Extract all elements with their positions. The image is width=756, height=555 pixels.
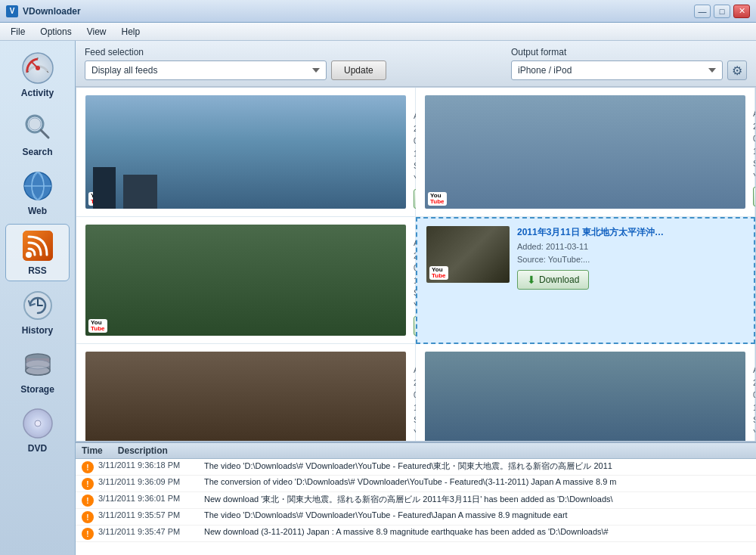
log-time: 3/11/2011 9:36:09 PM — [98, 477, 204, 486]
sidebar-item-rss[interactable]: RSS — [5, 224, 70, 281]
title-bar: V VDownloader — □ ✕ — [0, 0, 756, 23]
log-time: 3/11/2011 9:36:01 PM — [98, 494, 204, 503]
content-area: Feed selection Display all feeds YouTube… — [76, 41, 756, 555]
web-icon — [21, 169, 54, 203]
log-description: The video 'D:\Downloads\# VDownloader\Yo… — [204, 460, 750, 472]
history-icon — [21, 289, 54, 322]
feed-section-label: Feed selection — [85, 47, 386, 57]
log-row: ! 3/11/2011 9:36:18 PM The video 'D:\Dow… — [76, 459, 756, 476]
log-row: ! 3/11/2011 9:36:01 PM New download '東北・… — [76, 492, 756, 509]
video-item[interactable]: YouTube (3-11-2011) Japan : A massive 8.… — [76, 217, 416, 344]
video-info: 2011年3月11日 東北地方太平洋沖… Added: 2011-03-11So… — [517, 226, 745, 335]
log-description: New download (3-11-2011) Japan : A massi… — [204, 527, 750, 536]
sidebar-item-web[interactable]: Web — [5, 165, 70, 221]
video-item[interactable]: YouTube Japan Earthquake: Large fire at … — [416, 344, 755, 442]
youtube-badge: YouTube — [428, 192, 447, 206]
sidebar-item-dvd[interactable]: DVD — [5, 402, 70, 458]
log-scroll[interactable]: ! 3/11/2011 9:36:18 PM The video 'D:\Dow… — [76, 459, 756, 555]
download-icon: ⬇ — [527, 274, 536, 286]
svg-line-8 — [41, 130, 48, 138]
maximize-button[interactable]: □ — [714, 5, 730, 18]
log-warning-icon: ! — [82, 511, 94, 523]
download-button[interactable]: ⬇ Download — [517, 270, 589, 290]
video-item[interactable]: YouTube Earthquake Tokyo 2011.03.11 Adde… — [76, 344, 416, 442]
svg-point-22 — [35, 420, 41, 426]
log-area: Time Description ! 3/11/2011 9:36:18 PM … — [76, 442, 756, 555]
log-row: ! 3/11/2011 9:36:09 PM The conversion of… — [76, 476, 756, 492]
menu-help[interactable]: Help — [114, 25, 148, 39]
log-row: ! 3/11/2011 9:35:57 PM The video 'D:\Dow… — [76, 509, 756, 526]
video-grid-container: YouTube 東北・関東大地震。揺れる新宿の高… Added: 2011-03… — [76, 87, 756, 555]
log-time: 3/11/2011 9:35:57 PM — [98, 510, 204, 519]
video-item[interactable]: YouTube Tremblement de terre en live au … — [416, 88, 755, 217]
top-controls: Feed selection Display all feeds YouTube… — [76, 41, 756, 87]
download-button[interactable]: ⬇ Download — [753, 187, 756, 206]
video-thumbnail: YouTube — [426, 226, 510, 283]
video-thumbnail: YouTube — [85, 225, 406, 336]
menu-bar: File Options View Help — [0, 23, 756, 41]
sidebar-item-history[interactable]: History — [5, 284, 70, 340]
output-dropdown[interactable]: iPhone / iPod MP4 AVI MP3 — [511, 60, 723, 80]
storage-icon — [21, 348, 54, 381]
output-section-label: Output format — [511, 47, 747, 57]
sidebar-item-storage[interactable]: Storage — [5, 343, 70, 399]
video-thumbnail: YouTube — [425, 95, 745, 209]
sidebar-label-search: Search — [22, 147, 52, 157]
log-warning-icon: ! — [82, 478, 94, 490]
log-time: 3/11/2011 9:35:47 PM — [98, 527, 204, 536]
sidebar-label-dvd: DVD — [28, 443, 47, 454]
svg-point-14 — [26, 252, 32, 258]
sidebar-label-history: History — [22, 325, 53, 336]
sidebar-item-activity[interactable]: Activity — [5, 47, 70, 103]
svg-point-20 — [26, 360, 50, 369]
log-row: ! 3/11/2011 9:35:47 PM New download (3-1… — [76, 526, 756, 542]
video-grid: YouTube 東北・関東大地震。揺れる新宿の高… Added: 2011-03… — [76, 87, 756, 442]
sidebar-label-activity: Activity — [21, 88, 54, 98]
feed-section: Feed selection Display all feeds YouTube… — [85, 47, 386, 80]
video-thumbnail: YouTube — [425, 352, 745, 442]
menu-options[interactable]: Options — [33, 25, 79, 39]
log-description: New download '東北・関東大地震。揺れる新宿の高層ビル 2011年3… — [204, 494, 750, 505]
search-icon — [21, 110, 54, 144]
video-meta: Added: 2011-03-11Source: YouTube:... — [517, 240, 745, 265]
youtube-badge: YouTube — [88, 319, 107, 333]
update-button[interactable]: Update — [331, 60, 386, 80]
log-warning-icon: ! — [82, 461, 94, 473]
video-item[interactable]: YouTube 東北・関東大地震。揺れる新宿の高… Added: 2011-03… — [76, 88, 416, 217]
sidebar-label-storage: Storage — [20, 384, 54, 395]
sidebar-label-web: Web — [28, 206, 47, 216]
close-button[interactable]: ✕ — [733, 5, 750, 18]
video-title[interactable]: 2011年3月11日 東北地方太平洋沖… — [517, 226, 745, 239]
log-description: The video 'D:\Downloads\# VDownloader\Yo… — [204, 510, 750, 519]
log-col-desc: Description — [118, 445, 168, 456]
rss-icon — [21, 229, 54, 262]
svg-point-2 — [36, 66, 40, 70]
app-icon: V — [6, 5, 18, 17]
log-header: Time Description — [76, 443, 756, 459]
video-item[interactable]: YouTube 2011年3月11日 東北地方太平洋沖… Added: 2011… — [416, 217, 755, 344]
output-section: Output format iPhone / iPod MP4 AVI MP3 … — [511, 47, 747, 80]
window-controls: — □ ✕ — [694, 5, 750, 18]
menu-file[interactable]: File — [3, 25, 33, 39]
svg-point-7 — [29, 118, 41, 130]
app-title: VDownloader — [23, 6, 694, 17]
log-col-time: Time — [82, 445, 103, 456]
video-thumbnail: YouTube — [85, 95, 406, 209]
sidebar-item-search[interactable]: Search — [5, 106, 70, 162]
menu-view[interactable]: View — [79, 25, 114, 39]
feed-controls: Display all feeds YouTube Featured YouTu… — [85, 60, 386, 80]
main-area: Activity Search — [0, 41, 756, 555]
log-warning-icon: ! — [82, 528, 94, 540]
minimize-button[interactable]: — — [694, 5, 711, 18]
settings-button[interactable]: ⚙ — [727, 60, 747, 80]
activity-icon — [21, 51, 54, 85]
feed-dropdown[interactable]: Display all feeds YouTube Featured YouTu… — [85, 60, 327, 80]
video-thumbnail: YouTube — [85, 352, 406, 442]
dvd-icon — [21, 407, 54, 440]
log-warning-icon: ! — [82, 495, 94, 507]
log-description: The conversion of video 'D:\Downloads\# … — [204, 477, 750, 486]
app-container: Activity Search — [0, 41, 756, 555]
sidebar-label-rss: RSS — [28, 265, 47, 276]
log-time: 3/11/2011 9:36:18 PM — [98, 460, 204, 470]
youtube-badge: YouTube — [429, 266, 448, 280]
